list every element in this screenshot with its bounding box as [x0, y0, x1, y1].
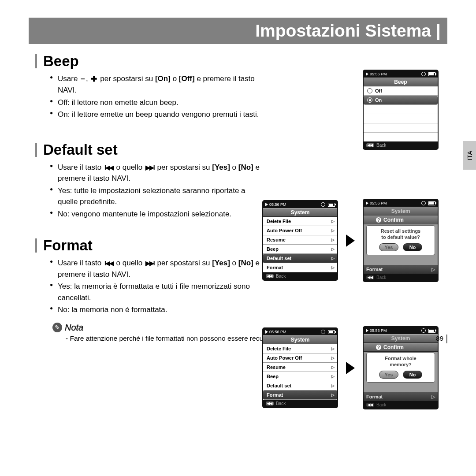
minus-icon: − [81, 74, 85, 85]
question-icon: ? [376, 345, 381, 350]
screen-header-dim: System [364, 207, 438, 216]
back-icon: ◀◀ [266, 274, 274, 278]
no-button[interactable]: No [403, 243, 422, 251]
option-on[interactable]: On [364, 96, 438, 105]
clock-icon [421, 72, 426, 76]
screen-header: System [263, 335, 337, 344]
confirm-header: ?Confirm [364, 343, 438, 352]
beep-bullets: Usare −, ✚ per spostarsi su [On] o [Off]… [50, 73, 266, 120]
pencil-icon: ✎ [52, 323, 62, 332]
screenshot-system-default: 05:56 PM System Delete File▷ Auto Power … [262, 200, 338, 281]
menu-item[interactable]: Auto Power Off▷ [263, 353, 337, 363]
clock-icon [321, 202, 325, 207]
menu-item[interactable]: Beep▷ [263, 372, 337, 381]
menu-item[interactable]: Delete File▷ [263, 344, 337, 353]
page-title: Impostazioni Sistema [29, 18, 447, 44]
menu-item-dim: Format▷ [364, 265, 438, 274]
prev-icon: I◀◀ [104, 259, 113, 268]
screen-header-dim: System [364, 334, 438, 343]
default-bullets: Usare il tasto I◀◀ o quello ▶▶I per spos… [50, 162, 266, 220]
question-icon: ? [376, 217, 381, 223]
menu-item-selected[interactable]: Format▷ [263, 390, 337, 400]
next-icon: ▶▶I [145, 259, 154, 268]
confirm-dialog: Format wholememory? Yes No [366, 353, 435, 383]
menu-item[interactable]: Resume▷ [263, 235, 337, 245]
no-button[interactable]: No [403, 371, 422, 379]
yes-button[interactable]: Yes [379, 243, 398, 251]
battery-icon [428, 72, 435, 76]
yes-button[interactable]: Yes [379, 371, 398, 379]
screenshot-beep: 05:56 PM Beep Off On ◀◀Back [363, 70, 439, 150]
section-heading-beep: Beep [35, 53, 447, 70]
menu-item[interactable]: Resume▷ [263, 363, 337, 372]
language-tab: ITA [463, 141, 476, 170]
screenshot-confirm-default: 05:56 PM System ?Confirm Reset all setti… [363, 199, 439, 282]
confirm-dialog: Reset all settingsto default value? Yes … [366, 225, 435, 255]
screenshot-system-format: 05:56 PM System Delete File▷ Auto Power … [262, 327, 338, 408]
battery-icon [328, 203, 335, 207]
play-icon [265, 203, 268, 206]
prev-icon: I◀◀ [104, 163, 113, 172]
screenshot-confirm-format: 05:56 PM System ?Confirm Format wholemem… [363, 326, 439, 409]
arrow-right-icon [346, 362, 355, 374]
page-number: 89 [436, 335, 447, 343]
play-icon [366, 72, 368, 76]
confirm-header: ?Confirm [364, 216, 438, 224]
menu-item[interactable]: Delete File▷ [263, 217, 337, 226]
menu-item[interactable]: Default set▷ [263, 381, 337, 390]
screen-header: Beep [364, 78, 438, 86]
back-icon: ◀◀ [366, 143, 374, 147]
note-label: ✎ Nota [52, 323, 83, 333]
next-icon: ▶▶I [145, 163, 154, 172]
plus-icon: ✚ [91, 74, 97, 85]
menu-item-selected[interactable]: Default set▷ [263, 254, 337, 263]
screen-header: System [263, 208, 337, 217]
menu-item[interactable]: Format▷ [263, 263, 337, 272]
menu-item[interactable]: Auto Power Off▷ [263, 226, 337, 235]
arrow-right-icon [346, 234, 355, 247]
format-bullets: Usare il tasto I◀◀ o quello ▶▶I per spos… [50, 257, 266, 316]
option-off[interactable]: Off [364, 86, 438, 96]
menu-item[interactable]: Beep▷ [263, 245, 337, 254]
menu-item-dim: Format▷ [364, 392, 438, 401]
